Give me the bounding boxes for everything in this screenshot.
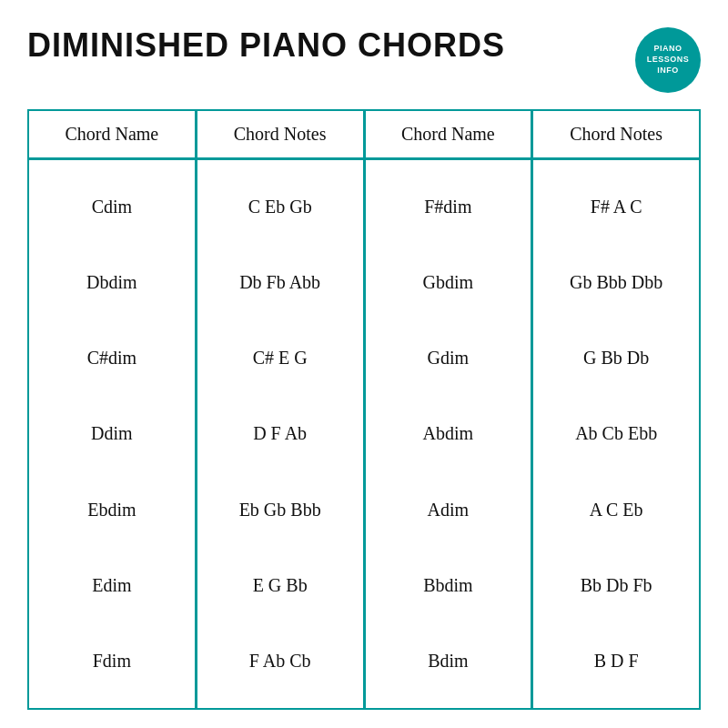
table-row: Abdim [370, 418, 527, 450]
table-row: Bbdim [370, 570, 527, 602]
table-row: Eb Gb Bbb [202, 494, 359, 526]
logo-text: PIANO LESSONS INFO [647, 44, 690, 76]
table-row: Ebdim [34, 494, 190, 526]
table-row: Bb Db Fb [538, 570, 694, 602]
table-row: B D F [538, 645, 694, 677]
col-chord-notes-2: F# A CGb Bbb DbbG Bb DbAb Cb EbbA C EbBb… [533, 160, 699, 708]
table-row: Adim [370, 494, 527, 526]
table-row: C Eb Gb [202, 191, 359, 223]
col-header-3: Chord Name [366, 111, 531, 157]
table-row: Ab Cb Ebb [538, 418, 694, 450]
col-header-1: Chord Name [29, 111, 195, 157]
table-row: C#dim [34, 342, 190, 374]
col-chord-name-2: F#dimGbdimGdimAbdimAdimBbdimBdim [366, 160, 531, 708]
table-row: A C Eb [538, 494, 694, 526]
table-row: G Bb Db [538, 342, 694, 374]
col-header-4: Chord Notes [533, 111, 699, 157]
logo-badge: PIANO LESSONS INFO [635, 27, 701, 93]
header-row: DIMINISHED PIANO CHORDS PIANO LESSONS IN… [27, 27, 701, 93]
column-headers: Chord Name Chord Notes Chord Name Chord … [29, 111, 699, 160]
table-row: Ddim [34, 418, 190, 450]
table-row: Db Fb Abb [202, 267, 359, 298]
col-chord-name-1: CdimDbdimC#dimDdimEbdimEdimFdim [29, 160, 195, 708]
table-row: Bdim [370, 645, 527, 677]
table-row: Gdim [370, 342, 527, 374]
table-row: F#dim [370, 191, 527, 223]
page-title: DIMINISHED PIANO CHORDS [27, 27, 505, 64]
table-row: Fdim [34, 645, 190, 677]
table-row: D F Ab [202, 418, 359, 450]
table-row: C# E G [202, 342, 359, 374]
table-row: Edim [34, 570, 190, 602]
page: DIMINISHED PIANO CHORDS PIANO LESSONS IN… [0, 0, 728, 728]
chord-table: Chord Name Chord Notes Chord Name Chord … [27, 109, 701, 710]
table-row: F# A C [538, 191, 694, 223]
table-row: F Ab Cb [202, 645, 359, 677]
table-body: CdimDbdimC#dimDdimEbdimEdimFdim C Eb GbD… [29, 160, 699, 708]
table-row: Cdim [34, 191, 190, 223]
col-header-2: Chord Notes [197, 111, 363, 157]
table-row: Dbdim [34, 267, 190, 298]
table-row: Gbdim [370, 267, 527, 298]
table-row: Gb Bbb Dbb [538, 267, 694, 298]
table-row: E G Bb [202, 570, 359, 602]
col-chord-notes-1: C Eb GbDb Fb AbbC# E GD F AbEb Gb BbbE G… [197, 160, 363, 708]
